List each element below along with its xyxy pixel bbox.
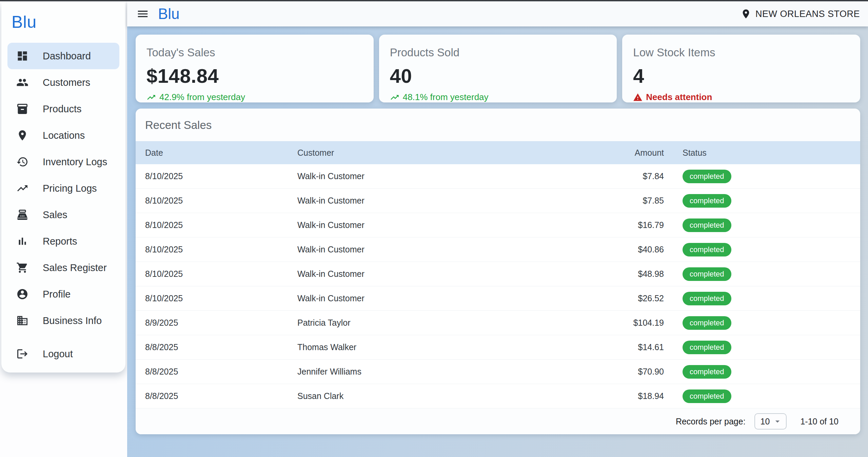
sale-status: completed [664, 267, 851, 281]
table-row: 8/10/2025 Walk-in Customer $16.79 comple… [136, 213, 860, 237]
sidebar-item-sales-register[interactable]: Sales Register [7, 254, 119, 281]
table-pagination: Records per page: 10 1-10 of 10 [136, 408, 860, 434]
status-badge: completed [683, 341, 731, 354]
sale-date: 8/8/2025 [145, 342, 297, 352]
sidebar-item-business-info[interactable]: Business Info [7, 307, 119, 334]
records-per-page-value: 10 [761, 417, 770, 426]
stats-row: Today's Sales $148.84 42.9% from yesterd… [136, 35, 860, 102]
sale-status: completed [664, 218, 851, 232]
main-area: Blu NEW ORLEANS STORE Today's Sales $148… [127, 1, 868, 457]
stat-trend-text: 42.9% from yesterday [159, 92, 245, 102]
sale-date: 8/8/2025 [145, 367, 297, 377]
sale-date: 8/10/2025 [145, 245, 297, 254]
sale-date: 8/10/2025 [145, 269, 297, 279]
sidebar-item-customers[interactable]: Customers [7, 69, 119, 96]
sale-amount: $7.85 [570, 196, 664, 206]
sidebar-item-inventory-logs[interactable]: Inventory Logs [7, 149, 119, 175]
sale-status: completed [664, 292, 851, 305]
bar-chart-icon [16, 235, 28, 247]
sidebar-item-sales[interactable]: Sales [7, 202, 119, 228]
warning-icon [633, 93, 643, 102]
location-pin-icon [741, 8, 751, 19]
sale-amount: $16.79 [570, 220, 664, 230]
sidebar-item-logout[interactable]: Logout [7, 341, 119, 367]
stat-card-products-sold: Products Sold 40 48.1% from yesterday [379, 35, 617, 102]
sale-date: 8/10/2025 [145, 220, 297, 230]
records-per-page-select[interactable]: 10 [754, 413, 787, 430]
dashboard-icon [16, 50, 28, 62]
pagination-range: 1-10 of 10 [800, 417, 839, 426]
sidebar-item-locations[interactable]: Locations [7, 122, 119, 149]
column-header-status: Status [664, 148, 851, 158]
status-badge: completed [683, 292, 731, 305]
trending-up-icon [390, 93, 399, 102]
stat-value: 40 [390, 64, 606, 87]
sale-status: completed [664, 389, 851, 403]
status-badge: completed [683, 170, 731, 183]
logout-icon [16, 348, 28, 360]
sale-status: completed [664, 365, 851, 379]
sale-customer: Patricia Taylor [297, 318, 570, 328]
table-row: 8/10/2025 Walk-in Customer $26.52 comple… [136, 286, 860, 311]
point-of-sale-icon [16, 209, 28, 221]
status-badge: completed [683, 243, 731, 256]
status-badge: completed [683, 389, 731, 403]
sale-date: 8/9/2025 [145, 318, 297, 328]
sale-status: completed [664, 194, 851, 208]
sale-status: completed [664, 341, 851, 354]
table-row: 8/8/2025 Susan Clark $18.94 completed [136, 384, 860, 408]
stat-value: $148.84 [146, 64, 363, 87]
arrow-drop-down-icon [772, 416, 783, 426]
sale-customer: Walk-in Customer [297, 171, 570, 181]
stat-title: Low Stock Items [633, 46, 849, 59]
business-icon [16, 315, 28, 327]
records-per-page-label: Records per page: [676, 417, 746, 426]
column-header-date: Date [145, 148, 297, 158]
sale-date: 8/8/2025 [145, 391, 297, 401]
stat-trend: 42.9% from yesterday [146, 92, 363, 102]
sale-amount: $26.52 [570, 293, 664, 303]
sale-amount: $70.90 [570, 367, 664, 377]
sale-date: 8/10/2025 [145, 293, 297, 303]
store-selector[interactable]: NEW ORLEANS STORE [741, 8, 860, 19]
stat-title: Today's Sales [146, 46, 363, 59]
sidebar-item-pricing-logs[interactable]: Pricing Logs [7, 175, 119, 202]
stat-trend-text: Needs attention [646, 92, 712, 102]
status-badge: completed [683, 267, 731, 281]
column-header-amount: Amount [570, 148, 664, 158]
app-window: Blu Dashboard Customers Products Locatio… [0, 1, 868, 457]
table-row: 8/9/2025 Patricia Taylor $104.19 complet… [136, 311, 860, 335]
app-logo: Blu [1, 12, 125, 32]
menu-icon[interactable] [136, 7, 150, 21]
sidebar-item-reports[interactable]: Reports [7, 228, 119, 254]
stat-trend-text: 48.1% from yesterday [403, 92, 489, 102]
sale-customer: Walk-in Customer [297, 220, 570, 230]
sidebar-item-dashboard[interactable]: Dashboard [7, 43, 119, 69]
sale-status: completed [664, 316, 851, 330]
store-name: NEW ORLEANS STORE [755, 9, 860, 19]
stat-trend: 48.1% from yesterday [390, 92, 606, 102]
sale-amount: $14.61 [570, 342, 664, 352]
table-body: 8/10/2025 Walk-in Customer $7.84 complet… [136, 164, 860, 408]
sale-amount: $104.19 [570, 318, 664, 328]
table-row: 8/10/2025 Walk-in Customer $40.86 comple… [136, 237, 860, 262]
inventory-icon [16, 103, 28, 115]
page-title: Blu [158, 5, 180, 22]
trending-up-icon [16, 182, 28, 194]
column-header-customer: Customer [297, 148, 570, 158]
sale-customer: Walk-in Customer [297, 196, 570, 206]
sale-customer: Susan Clark [297, 391, 570, 401]
stat-card-low-stock-items: Low Stock Items 4 Needs attention [622, 35, 860, 102]
sidebar-item-profile[interactable]: Profile [7, 281, 119, 307]
place-icon [16, 129, 28, 141]
stat-card-today-s-sales: Today's Sales $148.84 42.9% from yesterd… [136, 35, 374, 102]
sale-customer: Walk-in Customer [297, 293, 570, 303]
sidebar-nav: Dashboard Customers Products Locations I… [1, 43, 125, 367]
stat-trend: Needs attention [633, 92, 849, 102]
sale-status: completed [664, 170, 851, 183]
sidebar-item-products[interactable]: Products [7, 96, 119, 122]
sale-amount: $48.98 [570, 269, 664, 279]
topbar: Blu NEW ORLEANS STORE [127, 1, 868, 26]
history-icon [16, 156, 28, 168]
stat-value: 4 [633, 64, 849, 87]
